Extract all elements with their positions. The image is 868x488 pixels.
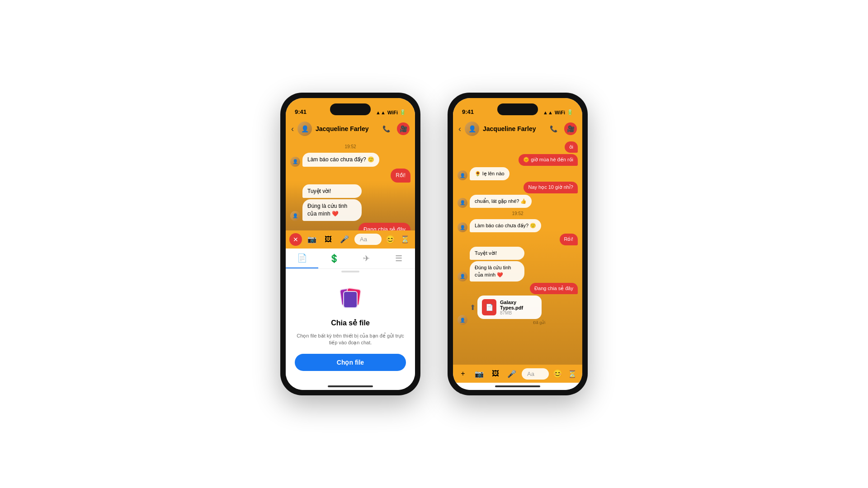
msg-rec-2-3: 👤 Làm báo cáo chưa đấy? 🙂 (458, 219, 578, 232)
bubble-2-2: 🌞 giờ mùa hè đến rồi (519, 154, 578, 165)
battery-icon: 🔋 (400, 109, 406, 115)
tab-file-1[interactable]: 📄 (286, 249, 318, 268)
msg-received-1: 👤 Làm báo cáo chưa đấy? 🙂 (290, 153, 410, 167)
msg-avatar-1: 👤 (290, 157, 300, 167)
video-button-1[interactable]: 🎥 (397, 122, 410, 135)
mic-button-1[interactable]: 🎤 (338, 233, 351, 246)
msg-rec-2-4: 👤 Tuyệt vời! Đúng là cứu tinh của mình ❤… (458, 247, 578, 282)
file-share-panel: Chia sẻ file Chọn file bất kỳ trên thiết… (286, 274, 415, 383)
photo-button-2[interactable]: 🖼 (489, 367, 502, 380)
mic-button-2[interactable]: 🎤 (505, 367, 518, 380)
contact-name-2: Jacqueline Farley (483, 125, 543, 132)
camera-button-1[interactable]: 📷 (306, 233, 318, 246)
status-icons-1: ▲▲ WiFi 🔋 (376, 109, 406, 115)
bubble-2-3: 🌻 lẹ lên nào (470, 167, 509, 180)
input-placeholder-2: Aa (527, 371, 534, 377)
tab-payment-1[interactable]: 💲 (318, 249, 351, 268)
back-button-1[interactable]: ‹ (291, 124, 294, 134)
avatar-1: 👤 (297, 122, 312, 136)
msg-avatar-file: 👤 (458, 315, 467, 325)
msg-received-2: 👤 Tuyệt vời! Đúng là cứu tinh của mình ❤… (290, 184, 410, 221)
choose-file-button[interactable]: Chọn file (295, 354, 406, 371)
msg-avatar-2: 👤 (290, 211, 300, 221)
camera-button-2[interactable]: 📷 (473, 367, 486, 380)
file-size: 87MB (500, 310, 537, 315)
file-name: Galaxy Types.pdf (500, 300, 537, 310)
bubble-1: Làm báo cáo chưa đấy? 🙂 (302, 153, 379, 167)
input-field-1[interactable]: Aa (354, 234, 382, 245)
dynamic-island-2 (497, 103, 538, 115)
bubble-sent-1: Rồi! (391, 169, 410, 183)
avatar-2: 👤 (465, 122, 479, 136)
signal-icon: ▲▲ (376, 110, 386, 115)
msg-sent-2-2: 🌞 giờ mùa hè đến rồi (458, 154, 578, 165)
time-label-1: 19:52 (290, 144, 410, 149)
msg-sent-2-4: Rồi! (458, 234, 578, 245)
bubble-2-6: Làm báo cáo chưa đấy? 🙂 (470, 219, 541, 232)
file-icon-stack (340, 288, 360, 311)
msg-avatar-2-2: 👤 (458, 198, 467, 208)
file-info: Galaxy Types.pdf 87MB (500, 300, 537, 315)
chat-body-2: ôi 🌞 giờ mùa hè đến rồi 👤 🌻 lẹ lên nào N… (453, 140, 582, 365)
bubble-3: Đúng là cứu tinh của mình ❤️ (302, 199, 362, 221)
bubble-2-4: Nay học 10 giờ nhỉ? (524, 182, 578, 193)
msg-sent-1: Rồi! (290, 169, 410, 183)
chat-body-1: 19:52 👤 Làm báo cáo chưa đấy? 🙂 Rồi! 👤 T… (286, 140, 415, 230)
call-button-2[interactable]: 📞 (547, 122, 560, 135)
add-button-2[interactable]: + (457, 367, 469, 380)
signal-icon-2: ▲▲ (543, 110, 553, 115)
emoji-button-1[interactable]: 😊 (385, 235, 395, 244)
share-upload-icon: ⬆ (470, 303, 476, 312)
msg-sent-2-5: Đang chia sẻ đây (458, 283, 578, 294)
msg-sent-2-3: Nay học 10 giờ nhỉ? (458, 182, 578, 193)
bubble-2-10: Đang chia sẻ đây (530, 283, 578, 294)
input-toolbar-2: + 📷 🖼 🎤 Aa 😊 ⏳ (453, 365, 582, 383)
messages-1: 19:52 👤 Làm báo cáo chưa đấy? 🙂 Rồi! 👤 T… (286, 140, 415, 230)
tab-more-1[interactable]: ☰ (383, 249, 415, 268)
emoji-button-2[interactable]: 😊 (552, 369, 562, 379)
msg-avatar-2-4: 👤 (458, 272, 467, 282)
input-field-2[interactable]: Aa (522, 368, 549, 380)
phone-2: 9:41 ▲▲ WiFi 🔋 ‹ 👤 Jacqueline Farley 📞 🎥 (448, 93, 588, 395)
status-time-2: 9:41 (462, 108, 474, 115)
bubble-2-1: ôi (565, 141, 578, 153)
hourglass-button-2[interactable]: ⏳ (566, 367, 579, 380)
home-indicator-2 (453, 383, 582, 390)
tab-send-1[interactable]: ✈ (350, 249, 383, 268)
pdf-icon: 📄 (482, 299, 496, 315)
file-share-desc: Chọn file bất kỳ trên thiết bị của bạn đ… (295, 333, 406, 347)
battery-icon-2: 🔋 (567, 109, 573, 115)
avatar-image-2: 👤 (465, 122, 479, 136)
hourglass-button-1[interactable]: ⏳ (399, 233, 411, 246)
time-label-2: 19:52 (458, 211, 578, 216)
dynamic-island-1 (330, 103, 371, 115)
input-toolbar-1: ✕ 📷 🖼 🎤 Aa 😊 ⏳ (286, 230, 415, 249)
da-gui-label: Đã gửi (470, 320, 545, 325)
msg-avatar-2-3: 👤 (458, 222, 467, 232)
messages-2: ôi 🌞 giờ mùa hè đến rồi 👤 🌻 lẹ lên nào N… (453, 140, 582, 365)
file-icon-wrapper (337, 286, 364, 313)
home-bar-2 (495, 385, 540, 387)
home-bar-1 (328, 385, 373, 387)
contact-name-1: Jacqueline Farley (316, 125, 376, 132)
photo-button-1[interactable]: 🖼 (322, 233, 335, 246)
msg-rec-2-1: 👤 🌻 lẹ lên nào (458, 167, 578, 180)
bubble-2: Tuyệt vời! (302, 184, 362, 198)
bubble-2-7: Rồi! (560, 234, 578, 245)
video-button-2[interactable]: 🎥 (564, 122, 577, 135)
home-indicator-1 (286, 383, 415, 390)
msg-avatar-2-1: 👤 (458, 170, 467, 180)
close-button-1[interactable]: ✕ (289, 233, 302, 246)
header-actions-2: 📞 🎥 (547, 122, 577, 135)
back-button-2[interactable]: ‹ (458, 124, 461, 134)
file-share-title: Chia sẻ file (331, 319, 370, 327)
call-button-1[interactable]: 📞 (380, 122, 392, 135)
msg-sent-2-1: ôi (458, 141, 578, 153)
wifi-icon-2: WiFi (555, 110, 565, 115)
bubble-sent-2: Đang chia sẻ đây (359, 223, 410, 230)
status-time-1: 9:41 (295, 108, 307, 115)
wifi-icon: WiFi (387, 110, 398, 115)
bubble-2-8: Tuyệt vời! (470, 247, 524, 260)
chat-header-2: ‹ 👤 Jacqueline Farley 📞 🎥 (453, 118, 582, 140)
bubble-2-5: chuẩn, lát gặp nhé? 👍 (470, 195, 532, 208)
